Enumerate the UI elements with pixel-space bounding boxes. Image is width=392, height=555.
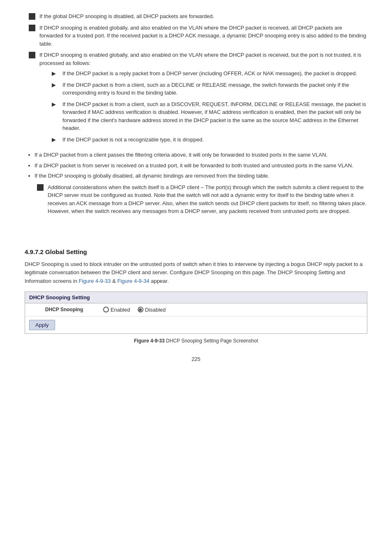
- bullet-icon-1: [29, 13, 35, 20]
- dot-item-1: If a DHCP packet from a client passes th…: [35, 151, 367, 159]
- dot-item-3: If the DHCP snooping is globally disable…: [35, 172, 367, 180]
- enabled-label: Enabled: [111, 307, 130, 313]
- sub-item-4-text: If the DHCP packet is not a recognizable…: [62, 136, 204, 144]
- sub-item-2: ▶ If the DHCP packet is from a client, s…: [52, 81, 367, 97]
- list-item-3: If DHCP snooping is enabled globally, an…: [29, 51, 367, 147]
- dhcp-snooping-setting-box: DHCP Snooping Setting DHCP Snooping Enab…: [25, 291, 367, 334]
- dot-item-1-text: If a DHCP packet from a client passes th…: [35, 152, 327, 158]
- arrow-icon-4: ▶: [52, 136, 60, 144]
- bullet-icon-2: [29, 25, 35, 31]
- arrow-icon-2: ▶: [52, 81, 60, 97]
- sub-item-1: ▶ If the DHCP packet is a reply packet f…: [52, 69, 367, 78]
- sub-list: ▶ If the DHCP packet is a reply packet f…: [39, 69, 367, 143]
- section-desc-after: appear.: [151, 278, 168, 284]
- sub-item-2-text: If the DHCP packet is from a client, suc…: [62, 81, 367, 97]
- additional-bullet-list: Additional considerations when the switc…: [25, 183, 367, 215]
- sub-item-1-text: If the DHCP packet is a reply packet fro…: [62, 69, 357, 78]
- figure-link-2[interactable]: Figure 4-9-34: [118, 278, 151, 284]
- list-item-1-text: If the global DHCP snooping is disabled,…: [39, 12, 214, 21]
- page-number: 225: [25, 356, 367, 362]
- dhcp-snooping-row: DHCP Snooping Enabled Disabled: [25, 303, 367, 317]
- dot-item-2: If a DHCP packet is from server is recei…: [35, 162, 367, 170]
- additional-bullet-icon: [37, 184, 44, 191]
- content-area: If the global DHCP snooping is disabled,…: [25, 12, 367, 362]
- section-title: Global Setting: [45, 248, 87, 255]
- figure-caption-bold: Figure 4-9-33: [134, 338, 165, 344]
- additional-bullet-item: Additional considerations when the switc…: [37, 183, 367, 215]
- arrow-icon-3: ▶: [52, 100, 60, 132]
- disabled-label: Disabled: [145, 307, 166, 313]
- enabled-option[interactable]: Enabled: [103, 307, 130, 313]
- section-heading: 4.9.7.2 Global Setting: [25, 248, 367, 255]
- list-item-3-content: If DHCP snooping is enabled globally, an…: [39, 51, 367, 147]
- main-bullet-list: If the global DHCP snooping is disabled,…: [25, 12, 367, 147]
- dhcp-snooping-label: DHCP Snooping: [29, 307, 103, 312]
- list-item-3-text: If DHCP snooping is enabled globally, an…: [39, 52, 361, 66]
- list-item-2: If DHCP snooping is enabled globally, an…: [29, 24, 367, 48]
- setting-footer: Apply: [25, 317, 367, 333]
- figure-caption-text: DHCP Snooping Setting Page Screenshot: [165, 338, 258, 344]
- sub-item-3-text: If the DHCP packet is from a client, suc…: [62, 100, 367, 132]
- dot-bullet-list: If a DHCP packet from a client passes th…: [25, 151, 367, 180]
- dot-item-3-text: If the DHCP snooping is globally disable…: [35, 173, 269, 179]
- sub-item-4: ▶ If the DHCP packet is not a recognizab…: [52, 136, 367, 144]
- disabled-option[interactable]: Disabled: [138, 307, 166, 313]
- dot-item-2-text: If a DHCP packet is from server is recei…: [35, 162, 353, 169]
- section-description: DHCP Snooping is used to block intruder …: [25, 260, 367, 286]
- section-desc-text: DHCP Snooping is used to block intruder …: [25, 261, 363, 284]
- enabled-radio[interactable]: [103, 307, 109, 312]
- figure-caption: Figure 4-9-33 DHCP Snooping Setting Page…: [25, 338, 367, 344]
- additional-bullet-text: Additional considerations when the switc…: [48, 183, 367, 215]
- bullet-icon-3: [29, 52, 35, 58]
- list-item-2-text: If DHCP snooping is enabled globally, an…: [39, 24, 367, 48]
- dhcp-snooping-options: Enabled Disabled: [103, 307, 166, 313]
- section-number: 4.9.7.2: [25, 248, 44, 255]
- sub-item-3: ▶ If the DHCP packet is from a client, s…: [52, 100, 367, 132]
- list-item-1: If the global DHCP snooping is disabled,…: [29, 12, 367, 21]
- arrow-icon-1: ▶: [52, 69, 60, 78]
- setting-box-title: DHCP Snooping Setting: [25, 292, 367, 303]
- apply-button[interactable]: Apply: [29, 320, 55, 330]
- disabled-radio[interactable]: [138, 307, 143, 312]
- figure-link-1[interactable]: Figure 4-9-33: [79, 278, 113, 284]
